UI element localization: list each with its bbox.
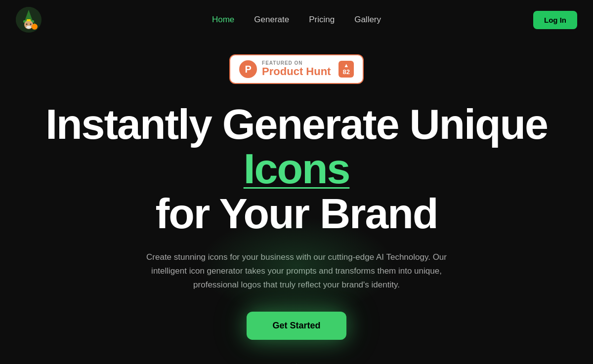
login-button[interactable]: Log In xyxy=(533,11,577,29)
ph-count-value: 82 xyxy=(342,68,349,76)
product-hunt-badge[interactable]: P FEATURED ON Product Hunt ▲ 82 xyxy=(229,54,364,84)
svg-point-5 xyxy=(30,24,32,25)
get-started-button[interactable]: Get Started xyxy=(247,312,346,340)
nav-links: Home Generate Pricing Gallery xyxy=(212,15,381,25)
product-hunt-text: FEATURED ON Product Hunt xyxy=(262,60,331,78)
ph-upvote-count: ▲ 82 xyxy=(339,61,353,78)
hero-section: P FEATURED ON Product Hunt ▲ 82 Instantl… xyxy=(0,40,593,364)
nav-pricing[interactable]: Pricing xyxy=(309,15,335,25)
logo[interactable] xyxy=(16,7,42,33)
ph-main-label: Product Hunt xyxy=(262,66,331,78)
svg-point-4 xyxy=(26,24,28,25)
product-hunt-logo: P xyxy=(239,60,257,78)
nav-generate[interactable]: Generate xyxy=(254,15,289,25)
nav-gallery[interactable]: Gallery xyxy=(354,15,381,25)
navbar: Home Generate Pricing Gallery Log In xyxy=(0,0,593,40)
svg-point-8 xyxy=(32,24,38,30)
hero-title: Instantly Generate Unique Icons for Your… xyxy=(25,102,568,236)
svg-rect-7 xyxy=(27,19,31,21)
hero-title-highlight: Icons xyxy=(244,145,350,192)
nav-home[interactable]: Home xyxy=(212,15,234,25)
hero-subtitle: Create stunning icons for your business … xyxy=(128,250,465,292)
arrow-decoration xyxy=(267,360,326,364)
logo-image xyxy=(16,7,42,33)
hero-title-part2: for Your Brand xyxy=(156,190,438,237)
ph-arrow-icon: ▲ xyxy=(343,63,349,68)
svg-point-6 xyxy=(26,26,31,29)
hero-title-part1: Instantly Generate Unique xyxy=(45,100,548,148)
cta-wrapper: Get Started xyxy=(247,312,346,355)
